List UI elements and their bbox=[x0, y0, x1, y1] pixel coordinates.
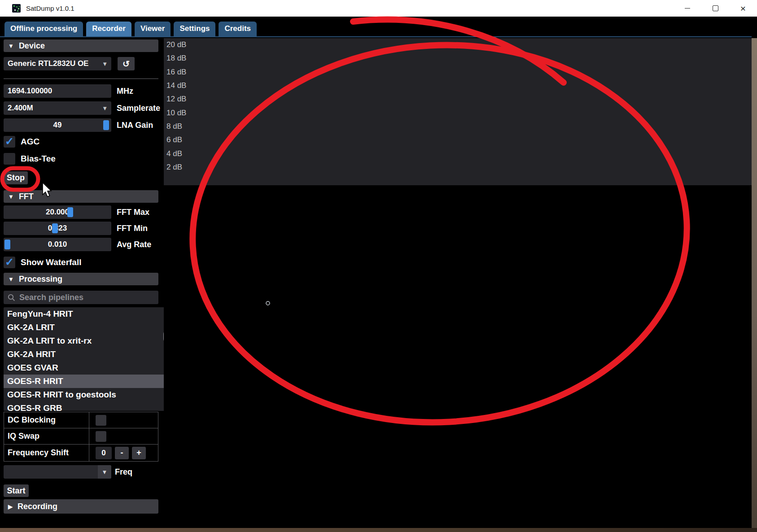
pipeline-options-table: DC Blocking IQ Swap Frequency Shift 0 - … bbox=[4, 412, 158, 462]
table-row: Frequency Shift 0 - + bbox=[4, 445, 158, 461]
freq-preset-combo[interactable]: ▼ bbox=[4, 465, 111, 479]
frequency-shift-label: Frequency Shift bbox=[4, 445, 89, 461]
fft-spectrum-plot: 20 dB 18 dB 16 dB 14 dB 12 dB 10 dB 8 dB… bbox=[164, 38, 752, 185]
close-button[interactable]: × bbox=[729, 0, 757, 17]
fft-min-slider[interactable]: 0.323 bbox=[4, 222, 111, 235]
list-item[interactable]: GOES-R HRIT to goestools bbox=[4, 388, 171, 401]
list-item[interactable]: GK-2A LRIT bbox=[4, 321, 171, 334]
list-item[interactable]: GK-2A HRIT bbox=[4, 348, 171, 361]
y-tick: 6 dB bbox=[166, 135, 182, 144]
y-tick: 2 dB bbox=[166, 163, 182, 172]
avg-rate-label: Avg Rate bbox=[117, 238, 151, 251]
y-tick: 8 dB bbox=[166, 122, 182, 131]
y-tick: 4 dB bbox=[166, 149, 182, 158]
list-item[interactable]: GOES GVAR bbox=[4, 361, 171, 375]
processing-section-header[interactable]: ▼ Processing bbox=[4, 273, 158, 285]
maximize-button[interactable] bbox=[701, 0, 729, 17]
list-item[interactable]: FengYun-4 HRIT bbox=[4, 307, 171, 321]
list-item-selected[interactable]: GOES-R HRIT bbox=[4, 375, 171, 388]
pipeline-list: FengYun-4 HRIT GK-2A LRIT GK-2A LRIT to … bbox=[4, 307, 171, 411]
window-title: SatDump v1.0.1 bbox=[26, 4, 74, 12]
waterfall-canvas bbox=[164, 188, 750, 528]
avg-rate-slider[interactable]: 0.010 bbox=[4, 238, 111, 251]
search-pipelines-input[interactable]: Search pipelines bbox=[4, 291, 158, 304]
title-bar: SatDump v1.0.1 × bbox=[0, 0, 757, 17]
chevron-down-icon: ▼ bbox=[8, 43, 14, 49]
chevron-down-icon: ▼ bbox=[102, 105, 108, 112]
bias-tee-checkbox[interactable] bbox=[4, 153, 15, 165]
increment-button[interactable]: + bbox=[132, 447, 146, 459]
fft-max-slider[interactable]: 20.000 bbox=[4, 205, 111, 219]
list-item[interactable]: GOES-R GRB bbox=[4, 401, 171, 411]
list-item[interactable]: GK-2A LRIT to xrit-rx bbox=[4, 334, 171, 348]
start-button[interactable]: Start bbox=[4, 484, 29, 497]
frequency-shift-value[interactable]: 0 bbox=[96, 447, 112, 459]
satdump-window: SatDump v1.0.1 × Offline processing Reco… bbox=[0, 0, 757, 532]
refresh-device-button[interactable]: ↺ bbox=[118, 57, 135, 70]
lna-gain-label: LNA Gain bbox=[117, 118, 153, 132]
samplerate-label: Samplerate bbox=[117, 101, 160, 115]
tab-underline bbox=[0, 36, 752, 37]
search-placeholder: Search pipelines bbox=[19, 293, 83, 302]
check-icon: ✓ bbox=[5, 257, 14, 267]
chevron-down-icon: ▼ bbox=[8, 193, 14, 200]
device-source-combo[interactable]: Generic RTL2832U OE ▼ bbox=[4, 57, 111, 70]
frequency-unit-label: MHz bbox=[117, 84, 133, 98]
chevron-down-icon: ▼ bbox=[102, 61, 108, 67]
device-section-header[interactable]: ▼ Device bbox=[4, 39, 158, 52]
samplerate-combo[interactable]: 2.400M ▼ bbox=[4, 101, 111, 115]
frequency-input[interactable]: 1694.100000 bbox=[4, 84, 111, 98]
chevron-down-icon: ▼ bbox=[98, 465, 111, 479]
table-row: DC Blocking bbox=[4, 412, 158, 428]
slider-handle[interactable] bbox=[4, 240, 10, 249]
freq-label: Freq bbox=[115, 465, 132, 479]
minimize-icon bbox=[685, 8, 690, 9]
search-icon bbox=[8, 294, 15, 301]
stop-button[interactable]: Stop bbox=[4, 171, 28, 184]
maximize-icon bbox=[713, 5, 718, 11]
y-tick: 14 dB bbox=[166, 81, 186, 90]
tab-settings[interactable]: Settings bbox=[174, 22, 215, 36]
chevron-down-icon: ▼ bbox=[8, 276, 14, 283]
tab-viewer[interactable]: Viewer bbox=[135, 22, 171, 36]
show-waterfall-checkbox[interactable]: ✓ bbox=[4, 257, 15, 268]
slider-handle[interactable] bbox=[52, 223, 58, 233]
app-icon bbox=[12, 4, 21, 13]
slider-handle[interactable] bbox=[103, 120, 109, 130]
dc-blocking-label: DC Blocking bbox=[4, 412, 89, 428]
y-tick: 12 dB bbox=[166, 95, 186, 104]
tab-recorder[interactable]: Recorder bbox=[86, 22, 131, 36]
y-tick: 18 dB bbox=[166, 54, 186, 63]
recording-section-header[interactable]: ▶ Recording bbox=[4, 499, 158, 514]
waterfall-display bbox=[164, 188, 750, 528]
minimize-button[interactable] bbox=[674, 0, 701, 17]
lna-gain-slider[interactable]: 49 bbox=[4, 118, 111, 132]
horizontal-scrollbar[interactable] bbox=[0, 528, 757, 532]
show-waterfall-label: Show Waterfall bbox=[21, 257, 81, 268]
tab-bar: Offline processing Recorder Viewer Setti… bbox=[4, 22, 257, 36]
decrement-button[interactable]: - bbox=[115, 447, 129, 459]
close-icon: × bbox=[740, 4, 746, 13]
divider bbox=[4, 78, 158, 79]
chevron-right-icon: ▶ bbox=[8, 503, 13, 510]
check-icon: ✓ bbox=[5, 136, 14, 147]
bias-tee-label: Bias-Tee bbox=[21, 153, 56, 165]
slider-handle[interactable] bbox=[67, 207, 73, 217]
fft-max-label: FFT Max bbox=[117, 205, 149, 219]
y-tick: 16 dB bbox=[166, 68, 186, 77]
tab-offline-processing[interactable]: Offline processing bbox=[4, 22, 83, 36]
refresh-icon: ↺ bbox=[123, 59, 130, 69]
iq-swap-label: IQ Swap bbox=[4, 428, 89, 444]
agc-checkbox[interactable]: ✓ bbox=[4, 136, 15, 148]
fft-min-label: FFT Min bbox=[117, 222, 148, 235]
dc-blocking-checkbox[interactable] bbox=[96, 415, 106, 426]
agc-label: AGC bbox=[21, 136, 39, 148]
fft-spectrum-canvas bbox=[164, 38, 752, 185]
tab-credits[interactable]: Credits bbox=[219, 22, 257, 36]
table-row: IQ Swap bbox=[4, 428, 158, 445]
iq-swap-checkbox[interactable] bbox=[96, 431, 106, 442]
vertical-scrollbar[interactable] bbox=[752, 38, 757, 528]
y-tick: 20 dB bbox=[166, 40, 186, 49]
y-tick: 10 dB bbox=[166, 109, 186, 118]
fft-section-header[interactable]: ▼ FFT bbox=[4, 190, 158, 203]
